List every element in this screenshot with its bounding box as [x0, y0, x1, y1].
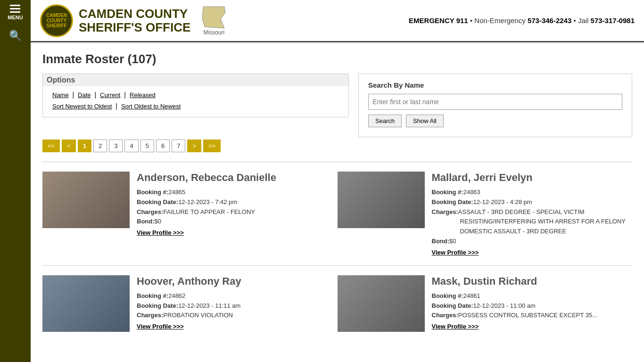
state-label: Missouri: [203, 29, 224, 36]
inmate-info-hoover: Hoover, Anthony Ray Booking #:24862 Book…: [137, 275, 338, 332]
emergency-info: EMERGENCY 911 • Non-Emergency 573-346-22…: [409, 16, 635, 25]
page-btn-3[interactable]: 3: [109, 140, 123, 152]
inmate-photo-mask: [338, 275, 425, 332]
booking-num-anderson: 24865: [168, 189, 185, 196]
state-badge: Missouri: [201, 6, 227, 36]
sheriff-title: CAMDEN COUNTY SHERIFF'S OFFICE: [79, 7, 190, 34]
header-left: CAMDENCOUNTYSHERIFF CAMDEN COUNTY SHERIF…: [40, 4, 227, 37]
label-booking-date-mk: Booking Date:: [432, 302, 473, 309]
booking-date-anderson: 12-12-2023 - 7:42 pm: [178, 198, 237, 206]
booking-date-mallard: 12-12-2023 - 4:28 pm: [473, 198, 532, 206]
dot1: •: [470, 16, 474, 25]
label-booking-num-h: Booking #:: [137, 292, 168, 299]
inmate-photo-mallard: [338, 172, 425, 228]
inmate-list: Anderson, Rebecca Danielle Booking #:248…: [42, 162, 632, 341]
sort-newest[interactable]: Sort Newest to Oldest: [52, 103, 112, 110]
menu-button[interactable]: MENU: [8, 5, 23, 20]
sidebar: MENU 🔍: [0, 0, 31, 351]
inmate-photo-anderson: [42, 172, 130, 228]
label-bond-m: Bond:: [432, 238, 450, 245]
view-profile-anderson[interactable]: View Profile >>>: [137, 229, 184, 236]
inmate-name-hoover: Hoover, Anthony Ray: [137, 275, 338, 288]
inmate-name-mallard: Mallard, Jerri Evelyn: [432, 172, 633, 184]
main-content: Inmate Roster (107) Options Name | Date …: [31, 42, 644, 351]
inmate-row-2: Hoover, Anthony Ray Booking #:24862 Book…: [42, 265, 632, 341]
sort-oldest[interactable]: Sort Oldest to Newest: [121, 103, 181, 110]
view-profile-mallard[interactable]: View Profile >>>: [432, 249, 479, 256]
options-links: Name | Date | Current | Released: [52, 91, 339, 99]
link-current[interactable]: Current: [100, 91, 120, 99]
non-emergency-number: 573-346-2243: [528, 16, 571, 25]
options-heading: Options: [43, 74, 348, 86]
label-booking-num: Booking #:: [137, 189, 168, 196]
booking-date-mask: 12-12-2023 - 11:00 am: [473, 302, 536, 309]
view-profile-mask[interactable]: View Profile >>>: [432, 323, 479, 330]
jail-number: 573-317-0981: [591, 16, 635, 25]
page-title: Inmate Roster (107): [42, 52, 632, 66]
page-wrapper: CAMDENCOUNTYSHERIFF CAMDEN COUNTY SHERIF…: [31, 0, 644, 351]
search-button[interactable]: Search: [368, 115, 402, 127]
page-btn-[interactable]: <<: [42, 140, 60, 152]
inmate-record-hoover: Hoover, Anthony Ray Booking #:24862 Book…: [42, 265, 338, 341]
inmate-detail-hoover: Booking #:24862 Booking Date:12-12-2023 …: [137, 291, 338, 321]
show-all-button[interactable]: Show All: [406, 115, 444, 127]
search-input[interactable]: [368, 94, 622, 110]
bond-anderson: $0: [155, 218, 161, 225]
charges-mallard-3: DOMESTIC ASSAULT - 3RD DEGREE: [432, 228, 567, 235]
emergency-label: EMERGENCY 911: [409, 16, 468, 25]
inmate-photo-hoover: [42, 275, 130, 332]
page-btn-4[interactable]: 4: [124, 140, 138, 152]
page-btn-2[interactable]: 2: [93, 140, 107, 152]
page-btn-1[interactable]: 1: [78, 140, 91, 152]
label-booking-num-mk: Booking #:: [432, 292, 463, 299]
link-released[interactable]: Released: [130, 91, 156, 99]
label-charges: Charges:: [137, 208, 163, 215]
title-line2: SHERIFF'S OFFICE: [79, 21, 190, 34]
inmate-record-mallard: Mallard, Jerri Evelyn Booking #:24863 Bo…: [338, 162, 633, 265]
svg-marker-0: [202, 7, 225, 28]
sep4: |: [116, 102, 119, 110]
page-btn-6[interactable]: 6: [156, 140, 170, 152]
page-btn-[interactable]: >>: [203, 140, 221, 152]
sep3: |: [124, 91, 128, 99]
label-booking-date-h: Booking Date:: [137, 302, 178, 309]
sep1: |: [73, 91, 76, 99]
sep2: |: [94, 91, 98, 99]
label-charges-mk: Charges:: [432, 312, 458, 319]
label-charges-m: Charges:: [432, 208, 458, 215]
page-btn-[interactable]: >: [187, 140, 201, 152]
menu-label: MENU: [8, 15, 23, 20]
inmate-detail-anderson: Booking #:24865 Booking Date:12-12-2023 …: [137, 188, 338, 227]
link-name[interactable]: Name: [52, 91, 69, 99]
inmate-record-mask: Mask, Dustin Richard Booking #:24861 Boo…: [338, 265, 633, 341]
header-contact: EMERGENCY 911 • Non-Emergency 573-346-22…: [409, 16, 635, 25]
inmate-info-anderson: Anderson, Rebecca Danielle Booking #:248…: [137, 172, 338, 256]
label-booking-date: Booking Date:: [137, 198, 178, 206]
charges-mask: POSSESS CONTROL SUBSTANCE EXCEPT 35...: [458, 312, 597, 319]
search-heading: Search By Name: [368, 81, 622, 89]
sidebar-search-icon[interactable]: 🔍: [9, 30, 22, 42]
site-header: CAMDENCOUNTYSHERIFF CAMDEN COUNTY SHERIF…: [31, 0, 644, 42]
logo-text: CAMDENCOUNTYSHERIFF: [46, 13, 67, 28]
page-btn-5[interactable]: 5: [140, 140, 154, 152]
inmate-info-mallard: Mallard, Jerri Evelyn Booking #:24863 Bo…: [432, 172, 633, 256]
view-profile-hoover[interactable]: View Profile >>>: [137, 323, 184, 330]
page-btn-[interactable]: <: [62, 140, 76, 152]
booking-num-hoover: 24862: [168, 292, 185, 299]
options-sort: Sort Newest to Oldest | Sort Oldest to N…: [52, 102, 339, 110]
pagination: <<<1234567>>>: [42, 140, 632, 152]
inmate-detail-mask: Booking #:24861 Booking Date:12-12-2023 …: [432, 291, 633, 321]
link-date[interactable]: Date: [78, 91, 91, 99]
title-line1: CAMDEN COUNTY: [79, 7, 190, 21]
bond-mallard: $0: [449, 238, 456, 245]
booking-num-mask: 24861: [463, 292, 480, 299]
jail-label: Jail: [578, 16, 589, 25]
search-box: Search By Name Search Show All: [358, 74, 632, 137]
page-btn-7[interactable]: 7: [172, 140, 185, 152]
booking-date-hoover: 12-12-2023 - 11:11 am: [178, 302, 240, 309]
inmate-name-mask: Mask, Dustin Richard: [432, 275, 633, 288]
booking-num-mallard: 24863: [463, 189, 480, 196]
inmate-detail-mallard: Booking #:24863 Booking Date:12-12-2023 …: [432, 188, 633, 247]
hamburger-icon: [10, 5, 20, 13]
label-charges-h: Charges:: [137, 312, 163, 319]
